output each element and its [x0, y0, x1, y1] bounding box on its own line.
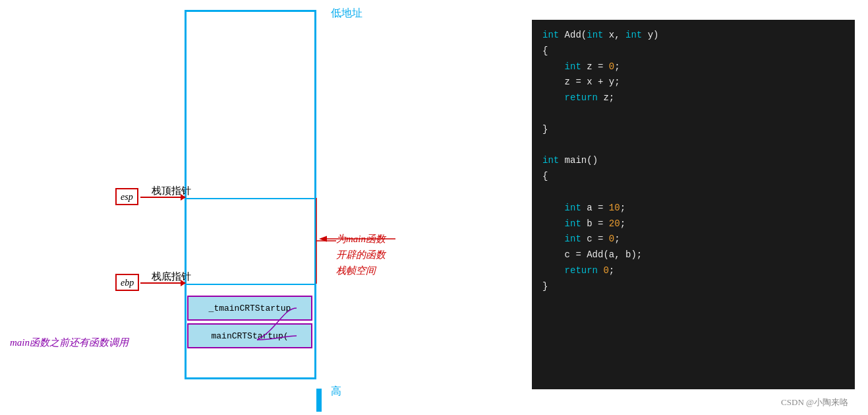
code-line-5: return z; — [542, 90, 844, 106]
code-line-2: { — [542, 44, 844, 59]
ebp-register-box: ebp — [115, 274, 139, 291]
code-line-14: int c = 0; — [542, 232, 844, 247]
watermark: CSDN @小陶来咯 — [781, 397, 848, 408]
code-line-12: int a = 10; — [542, 201, 844, 216]
code-line-9: int main() — [542, 153, 844, 169]
ebp-arrow — [140, 282, 185, 284]
bottom-indicator — [316, 389, 322, 412]
esp-register-box: esp — [115, 188, 138, 205]
code-line-4: z = x + y; — [542, 75, 844, 90]
code-line-3: int z = 0; — [542, 59, 844, 75]
tmain-crt-startup-box: _tmainCRTStartup — [187, 296, 312, 321]
code-line-6 — [542, 106, 844, 122]
ebp-divider — [185, 284, 316, 285]
main-before-label: main函数之前还有函数调用 — [10, 336, 129, 349]
code-line-16: return 0; — [542, 263, 844, 279]
code-panel: int Add(int x, int y) { int z = 0; z = x… — [532, 20, 855, 389]
code-line-13: int b = 20; — [542, 216, 844, 232]
code-line-1: int Add(int x, int y) — [542, 28, 844, 44]
low-address-label: 低地址 — [331, 7, 362, 20]
code-line-17: } — [542, 279, 844, 295]
high-address-label: 高 — [331, 385, 341, 399]
main-crt-startup-box: mainCRTStartup( — [187, 323, 312, 348]
code-line-7: } — [542, 122, 844, 138]
code-line-8 — [542, 138, 844, 154]
esp-divider — [185, 198, 316, 199]
main-frame-label: 为main函数开辟的函数栈帧空间 — [336, 231, 386, 278]
code-line-11 — [542, 185, 844, 201]
code-line-15: c = Add(a, b); — [542, 247, 844, 263]
esp-arrow — [140, 197, 185, 198]
code-line-10: { — [542, 169, 844, 185]
